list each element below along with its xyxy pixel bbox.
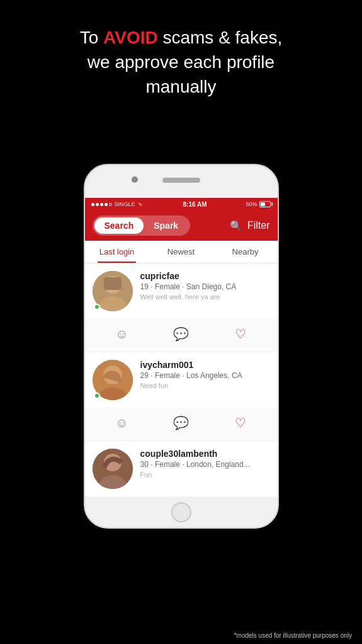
- wink-button-2[interactable]: ☺: [111, 411, 133, 434]
- tab-switcher: Search Spark: [93, 216, 191, 236]
- user-card-3: couple30lambenth 30 · Female · London, E…: [85, 441, 278, 497]
- user-card-2: ivycharm001 29 · Female · Los Angeles, C…: [85, 352, 278, 441]
- avatar-3[interactable]: [93, 449, 133, 489]
- sub-navigation: Last login Newest Nearby: [85, 241, 278, 263]
- avatar-wrap-1: [93, 271, 133, 311]
- signal-dot-4: [105, 203, 108, 206]
- user-actions-2: ☺ 💬 ♡: [85, 408, 278, 440]
- user-info-2: ivycharm001 29 · Female · Los Angeles, C…: [140, 360, 270, 389]
- front-camera: [132, 176, 138, 183]
- avatar-wrap-2: [93, 360, 133, 400]
- status-right: 50%: [246, 201, 271, 207]
- tab-spark[interactable]: Spark: [144, 217, 188, 234]
- user-info-1: cupricfae 19 · Female · San Diego, CA We…: [140, 271, 270, 301]
- user-bio-1: Well well well, here ya are: [140, 293, 270, 301]
- user-meta-1: 19 · Female · San Diego, CA: [140, 282, 270, 291]
- search-icon[interactable]: 🔍: [230, 220, 242, 232]
- heart-button-2[interactable]: ♡: [229, 411, 252, 434]
- app-header: Search Spark 🔍 Filter: [85, 210, 278, 241]
- svg-rect-3: [104, 277, 122, 290]
- online-indicator-1: [94, 304, 100, 310]
- signal-dot-2: [96, 203, 99, 206]
- user-bio-2: Need fun: [140, 382, 270, 389]
- user-meta-3: 30 · Female · London, England...: [140, 460, 270, 469]
- tab-newest[interactable]: Newest: [149, 241, 213, 263]
- phone-top: [85, 165, 278, 198]
- chat-button-2[interactable]: 💬: [170, 411, 193, 434]
- chat-button-1[interactable]: 💬: [170, 323, 193, 345]
- user-bio-3: Fun: [140, 471, 270, 478]
- home-button[interactable]: [171, 502, 191, 522]
- status-time: 8:16 AM: [183, 201, 207, 208]
- heart-button-1[interactable]: ♡: [229, 323, 252, 345]
- username-2: ivycharm001: [140, 360, 270, 370]
- hero-line2: we approve each profile: [88, 52, 274, 72]
- phone-shell: SINGLE ∿ 8:16 AM 50% Search Spark: [84, 164, 279, 529]
- hero-line3: manually: [145, 77, 216, 96]
- battery-fill: [261, 202, 265, 206]
- header-right: 🔍 Filter: [230, 220, 270, 232]
- user-info-3: couple30lambenth 30 · Female · London, E…: [140, 449, 270, 478]
- user-list: cupricfae 19 · Female · San Diego, CA We…: [85, 263, 278, 497]
- disclaimer-text: *models used for illustrative purposes o…: [234, 632, 352, 639]
- wink-button-1[interactable]: ☺: [111, 323, 133, 345]
- user-meta-2: 29 · Female · Los Angeles, CA: [140, 371, 270, 380]
- user-card-3-top: couple30lambenth 30 · Female · London, E…: [85, 441, 278, 497]
- user-actions-1: ☺ 💬 ♡: [85, 319, 278, 352]
- earpiece-speaker: [162, 178, 200, 183]
- tab-nearby[interactable]: Nearby: [213, 241, 278, 263]
- user-card-1-top: cupricfae 19 · Female · San Diego, CA We…: [85, 263, 278, 319]
- screen: SINGLE ∿ 8:16 AM 50% Search Spark: [85, 198, 278, 497]
- username-3: couple30lambenth: [140, 449, 270, 459]
- phone-mockup: SINGLE ∿ 8:16 AM 50% Search Spark: [84, 164, 279, 529]
- hero-avoid: AVOID: [103, 28, 158, 47]
- signal-dot-5: [109, 203, 112, 206]
- battery-percent: 50%: [246, 201, 257, 207]
- user-card-2-top: ivycharm001 29 · Female · Los Angeles, C…: [85, 352, 278, 408]
- tab-search[interactable]: Search: [94, 217, 144, 234]
- signal-dots: [91, 203, 112, 206]
- signal-dot-3: [100, 203, 103, 206]
- hero-text: To AVOID scams & fakes, we approve each …: [0, 25, 362, 100]
- phone-bottom: [85, 497, 278, 527]
- status-left: SINGLE ∿: [91, 201, 144, 207]
- wifi-icon: ∿: [138, 201, 143, 207]
- user-card-1: cupricfae 19 · Female · San Diego, CA We…: [85, 263, 278, 352]
- avatar-wrap-3: [93, 449, 133, 489]
- status-bar: SINGLE ∿ 8:16 AM 50%: [85, 198, 278, 210]
- carrier-label: SINGLE: [115, 201, 135, 207]
- online-indicator-2: [94, 393, 100, 399]
- tab-last-login[interactable]: Last login: [85, 241, 149, 263]
- signal-dot-1: [91, 203, 94, 206]
- hero-line1: To AVOID scams & fakes,: [80, 28, 283, 47]
- battery-icon: [259, 201, 271, 207]
- filter-button[interactable]: Filter: [247, 220, 270, 231]
- username-1: cupricfae: [140, 271, 270, 281]
